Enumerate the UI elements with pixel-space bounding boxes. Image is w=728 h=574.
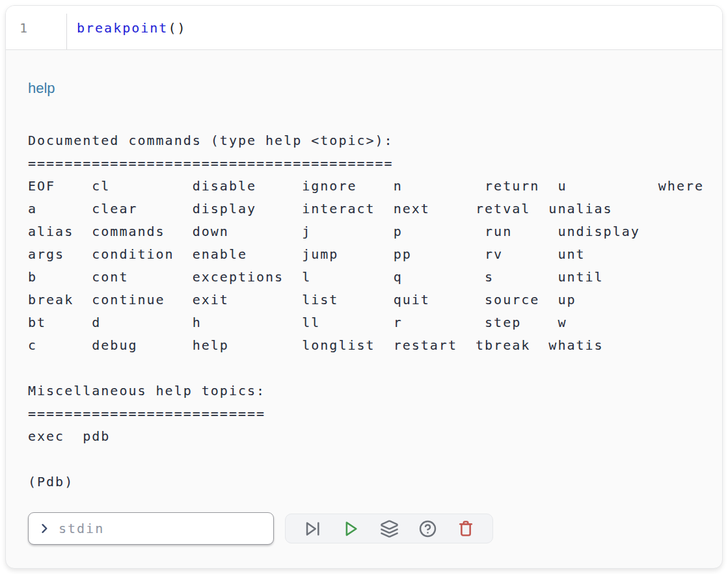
debugger-panel: 1 breakpoint() help Documented commands … (5, 5, 723, 569)
help-button[interactable] (416, 517, 439, 540)
stack-button[interactable] (377, 517, 401, 540)
debug-toolbar (285, 514, 493, 543)
stdin-input[interactable] (59, 521, 264, 536)
code-paren-token: () (168, 20, 186, 36)
delete-button[interactable] (454, 517, 478, 540)
step-over-button[interactable] (301, 517, 324, 540)
trash-icon (457, 519, 475, 538)
console-output-area: help Documented commands (type help <top… (6, 50, 722, 545)
line-number: 1 (20, 20, 29, 36)
question-circle-icon (418, 519, 437, 538)
layers-icon (380, 519, 399, 538)
stdin-input-box[interactable] (28, 512, 274, 545)
skip-forward-icon (303, 519, 322, 538)
code-function-token: breakpoint (77, 20, 168, 36)
editor-gutter: 1 (6, 6, 67, 49)
code-editor[interactable]: 1 breakpoint() (6, 6, 722, 50)
code-line[interactable]: breakpoint() (67, 6, 187, 49)
terminal-output: Documented commands (type help <topic>):… (28, 129, 700, 493)
controls-row (28, 512, 700, 545)
play-icon (342, 519, 360, 538)
chevron-right-icon (38, 522, 51, 535)
echoed-command: help (28, 80, 700, 97)
run-button[interactable] (339, 517, 362, 540)
